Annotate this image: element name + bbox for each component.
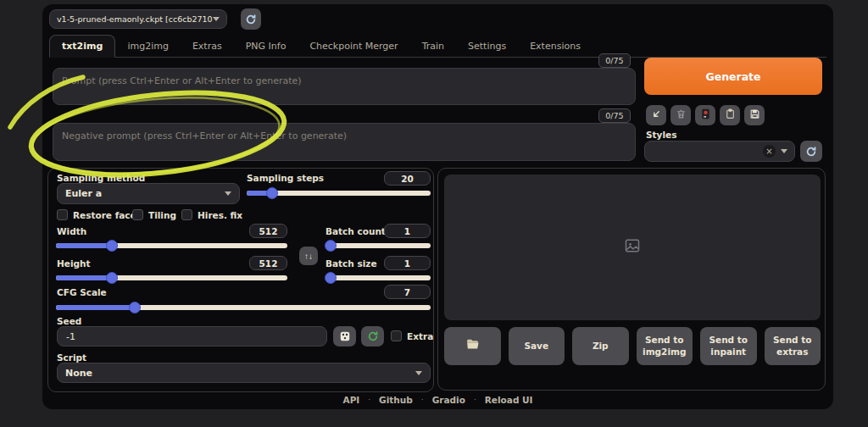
- chevron-down-icon: [781, 149, 787, 153]
- checkpoint-dropdown[interactable]: v1-5-pruned-emaonly.ckpt [cc6cb27103]: [49, 9, 227, 29]
- tab-txt2img[interactable]: txt2img: [49, 35, 115, 58]
- save-button[interactable]: Save: [509, 327, 565, 365]
- sampling-steps-label: Sampling steps: [247, 173, 324, 183]
- chevron-down-icon: [225, 191, 231, 196]
- random-seed-button[interactable]: [333, 326, 356, 347]
- script-dropdown[interactable]: None: [57, 363, 431, 383]
- chevron-down-icon: [213, 17, 220, 21]
- seed-label: Seed: [57, 316, 81, 326]
- slider-thumb[interactable]: [325, 240, 337, 252]
- image-preview: [444, 175, 821, 320]
- sampling-method-dropdown[interactable]: Euler a: [57, 183, 240, 204]
- slider-thumb[interactable]: [106, 240, 118, 252]
- trash-icon: [676, 108, 687, 122]
- width-slider[interactable]: [56, 240, 287, 252]
- open-folder-button[interactable]: [444, 327, 501, 365]
- arrow-down-left-icon: [651, 108, 662, 122]
- checkbox-icon: [132, 209, 143, 220]
- send-to-inpaint-button[interactable]: Send to inpaint: [700, 327, 757, 365]
- footer-separator: ·: [474, 396, 476, 404]
- swap-width-height-button[interactable]: ↑↓: [299, 247, 318, 265]
- width-value[interactable]: 512: [249, 224, 287, 238]
- apply-style-button[interactable]: [720, 105, 740, 125]
- tab-img2img[interactable]: img2img: [115, 36, 181, 57]
- batch-size-slider[interactable]: [327, 272, 431, 284]
- flower-card-icon: [700, 108, 711, 122]
- screenshot-stage: v1-5-pruned-emaonly.ckpt [cc6cb27103] tx…: [0, 0, 868, 427]
- tab-extensions[interactable]: Extensions: [518, 36, 593, 57]
- recycle-icon: [367, 330, 379, 342]
- tiling-checkbox[interactable]: Tiling: [132, 209, 176, 220]
- prompt-token-counter: 0/75: [598, 53, 631, 68]
- refresh-icon: [805, 146, 817, 158]
- footer-separator: ·: [421, 396, 424, 404]
- extra-seed-label: Extra: [407, 331, 433, 341]
- styles-label: Styles: [646, 130, 676, 140]
- swap-arrows-icon: ↑↓: [304, 252, 313, 261]
- height-value[interactable]: 512: [249, 256, 287, 270]
- footer-link-github[interactable]: Github: [379, 395, 413, 405]
- prompt-input[interactable]: [53, 68, 636, 105]
- script-value: None: [65, 368, 415, 379]
- sampling-steps-value[interactable]: 20: [384, 171, 431, 186]
- footer-link-gradio[interactable]: Gradio: [432, 395, 465, 405]
- height-slider[interactable]: [56, 272, 287, 284]
- slider-thumb[interactable]: [106, 272, 118, 284]
- checkbox-icon: [391, 330, 402, 341]
- script-label: Script: [57, 352, 86, 363]
- extra-networks-button[interactable]: [695, 105, 715, 125]
- styles-dropdown[interactable]: ×: [644, 141, 795, 162]
- zip-button[interactable]: Zip: [572, 327, 629, 365]
- batch-size-value[interactable]: 1: [384, 256, 431, 270]
- refresh-checkpoints-button[interactable]: [241, 8, 261, 30]
- send-to-extras-button[interactable]: Send to extras: [765, 327, 821, 365]
- chevron-down-icon: [415, 371, 422, 375]
- folder-icon: [465, 337, 480, 354]
- batch-count-value[interactable]: 1: [384, 224, 431, 238]
- checkbox-icon: [57, 209, 68, 220]
- seed-input[interactable]: [57, 326, 327, 347]
- tab-checkpoint-merger[interactable]: Checkpoint Merger: [298, 36, 409, 57]
- tab-train[interactable]: Train: [410, 36, 456, 57]
- save-style-button[interactable]: [744, 105, 765, 125]
- tab-png-info[interactable]: PNG Info: [234, 36, 298, 57]
- footer-link-api[interactable]: API: [343, 395, 360, 405]
- clear-prompt-button[interactable]: [670, 105, 691, 125]
- checkbox-icon: [181, 209, 192, 220]
- negative-prompt-input[interactable]: [53, 123, 636, 161]
- reuse-seed-button[interactable]: [361, 326, 384, 347]
- extra-seed-checkbox[interactable]: Extra: [391, 330, 433, 341]
- hires-fix-checkbox[interactable]: Hires. fix: [181, 209, 242, 220]
- slider-thumb[interactable]: [129, 302, 141, 313]
- paste-params-button[interactable]: [646, 105, 666, 125]
- refresh-styles-button[interactable]: [800, 141, 822, 162]
- footer-link-reload-ui[interactable]: Reload UI: [485, 395, 533, 405]
- cfg-scale-label: CFG Scale: [57, 287, 107, 297]
- image-placeholder-icon: [624, 237, 641, 258]
- gallery-actions-row: Save Zip Send to img2img Send to inpaint…: [444, 327, 821, 365]
- cfg-scale-slider[interactable]: [56, 302, 431, 313]
- generate-button[interactable]: Generate: [644, 58, 822, 95]
- hires-fix-label: Hires. fix: [198, 210, 242, 220]
- cfg-scale-value[interactable]: 7: [384, 285, 431, 299]
- batch-count-slider[interactable]: [327, 240, 431, 252]
- batch-count-label: Batch count: [326, 226, 386, 236]
- width-label: Width: [57, 226, 86, 236]
- sampling-steps-slider[interactable]: [247, 187, 431, 199]
- footer-separator: ·: [368, 396, 370, 404]
- send-to-img2img-button[interactable]: Send to img2img: [637, 327, 693, 365]
- slider-thumb[interactable]: [325, 272, 337, 284]
- refresh-icon: [245, 14, 257, 25]
- slider-thumb[interactable]: [266, 187, 278, 199]
- output-gallery-panel: Save Zip Send to img2img Send to inpaint…: [437, 168, 826, 391]
- negative-prompt-token-counter: 0/75: [598, 108, 631, 123]
- floppy-disk-icon: [749, 108, 760, 122]
- batch-size-label: Batch size: [326, 258, 377, 269]
- tab-extras[interactable]: Extras: [181, 36, 234, 57]
- prompt-tools-row: [646, 105, 765, 125]
- checkpoint-dropdown-value: v1-5-pruned-emaonly.ckpt [cc6cb27103]: [57, 14, 213, 24]
- clear-styles-icon[interactable]: ×: [763, 145, 776, 158]
- tab-settings[interactable]: Settings: [456, 36, 518, 57]
- sampling-method-label: Sampling method: [57, 173, 145, 183]
- restore-faces-checkbox[interactable]: Restore faces: [57, 209, 142, 220]
